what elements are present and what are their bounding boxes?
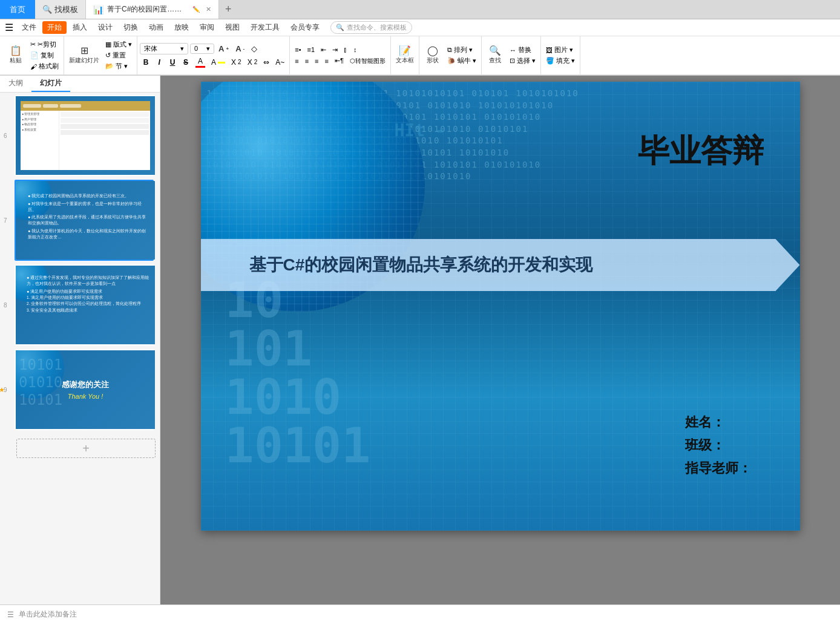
reset-icon: ↺: [105, 51, 111, 59]
menu-icon: ☰: [5, 22, 13, 33]
tab-home[interactable]: 首页: [0, 0, 35, 19]
find-extra-group: ↔ 替换 ⊡ 选择 ▾: [507, 45, 538, 66]
select-button[interactable]: ⊡ 选择 ▾: [507, 56, 538, 66]
snail-button[interactable]: 🐌 蜗牛 ▾: [445, 56, 479, 66]
italic-button[interactable]: I: [153, 57, 165, 68]
search-bar[interactable]: 🔍 查找命令、搜索模板: [330, 21, 412, 34]
align-right-button[interactable]: ≡: [312, 57, 321, 65]
smart-shape-button[interactable]: ⬡转智能图形: [347, 56, 388, 66]
replace-button[interactable]: ↔ 替换: [507, 45, 538, 55]
slide-item-8[interactable]: 8 ● 通过完整个开发发现，我对专业的所知知识加深了了解和应用能力，也对我在认识…: [15, 264, 157, 345]
add-slide-area: +: [15, 439, 157, 458]
increase-font-button[interactable]: A+: [216, 44, 231, 54]
ribbon-tools: 📋 粘贴 ✂ ✂剪切 📄 复制 🖌 格式刷 ⊞: [0, 36, 840, 75]
paste-button[interactable]: 📋 粘贴: [5, 45, 27, 66]
columns-button[interactable]: ⫿: [341, 45, 350, 54]
fill-icon: 🪣: [546, 57, 554, 65]
font-group: 宋体 ▾ 0 ▾ A+ A- ◇ B I U S A: [137, 36, 290, 74]
char-spacing-button[interactable]: ⇔: [261, 57, 272, 67]
info-block: 姓名： 班级： 指导老师：: [685, 413, 752, 482]
menu-dev[interactable]: 开发工具: [246, 21, 284, 34]
slide-small-group: ▦ 版式 ▾ ↺ 重置 📂 节 ▾: [103, 39, 134, 71]
note-bar[interactable]: ☰ 单击此处添加备注: [0, 604, 840, 622]
textbox-button[interactable]: 📝 文本框: [393, 45, 416, 66]
slide-panel: 6 ● 管理员管理 ● 用户管理: [0, 93, 160, 604]
reset-button[interactable]: ↺ 重置: [103, 50, 134, 61]
slide-canvas[interactable]: 1010010101010 1010 0101010101 1010101010…: [201, 82, 800, 531]
slide-title[interactable]: 毕业答辩: [638, 130, 764, 172]
ribbon-menu-bar: ☰ 文件 开始 插入 设计 切换 动画 放映 审阅 视图 开发工具 会员专享 🔍…: [0, 19, 840, 36]
cut-icon: ✂: [30, 41, 36, 48]
shapes-icon: ◯: [427, 46, 438, 56]
arrange-button[interactable]: ⧉ 排列 ▾: [445, 45, 479, 55]
find-button[interactable]: 🔍 查找: [484, 45, 506, 66]
tab-add-button[interactable]: +: [219, 0, 238, 19]
dropdown-arrow-icon: ▾: [180, 45, 184, 53]
subtitle-text[interactable]: 基于C#的校园闲置物品共享系统的开发和实现: [249, 254, 764, 277]
text-effect-button[interactable]: A~: [273, 57, 287, 67]
superscript-button[interactable]: X2: [229, 57, 244, 67]
find-icon: 🔍: [42, 5, 52, 14]
copy-icon: 📄: [30, 51, 39, 59]
menu-animation[interactable]: 动画: [144, 21, 168, 34]
align-center-button[interactable]: ≡: [303, 57, 311, 65]
menu-transition[interactable]: 切换: [119, 21, 143, 34]
tab-doc[interactable]: 📊 菁于C#的校园闲置…实现 答辩.ppt ✏️ ✕: [86, 0, 219, 19]
layout-button[interactable]: ▦ 版式 ▾: [103, 39, 134, 50]
note-placeholder-text: 单击此处添加备注: [19, 609, 77, 620]
font-size-dropdown[interactable]: 0 ▾: [190, 44, 214, 54]
copy-button[interactable]: 📄 复制: [28, 50, 61, 61]
indent-more-button[interactable]: ⇥: [330, 45, 340, 54]
menu-insert[interactable]: 插入: [68, 21, 92, 34]
menu-slideshow[interactable]: 放映: [169, 21, 194, 34]
section-button[interactable]: 📂 节 ▾: [103, 61, 134, 71]
menu-member[interactable]: 会员专享: [286, 21, 324, 34]
search-icon: 🔍: [336, 24, 344, 31]
font-color-button[interactable]: A: [193, 56, 208, 68]
justify-button[interactable]: ≡: [323, 57, 331, 65]
image-button[interactable]: 🖼 图片 ▾: [543, 45, 577, 55]
format-painter-button[interactable]: 🖌 格式刷: [28, 61, 61, 71]
shapes-extra-group: ⧉ 排列 ▾ 🐌 蜗牛 ▾: [445, 45, 479, 66]
menu-start[interactable]: 开始: [42, 21, 67, 34]
line-spacing-button[interactable]: ↕: [351, 45, 359, 54]
strikethrough-button[interactable]: S: [180, 57, 192, 68]
shapes-button[interactable]: ◯ 形状: [422, 45, 444, 66]
search-placeholder-text: 查找命令、搜索模板: [347, 23, 407, 32]
subscript-button[interactable]: X2: [245, 57, 260, 67]
image-group: 🖼 图片 ▾ 🪣 填充 ▾: [541, 36, 580, 74]
indent-less-button[interactable]: ⇤: [318, 45, 329, 54]
paste-icon: 📋: [10, 46, 22, 56]
align-left-button[interactable]: ≡: [292, 57, 301, 65]
doc-close-button[interactable]: ✕: [206, 5, 211, 13]
menu-review[interactable]: 审阅: [195, 21, 219, 34]
slide-item-6[interactable]: 6 ● 管理员管理 ● 用户管理: [15, 95, 157, 176]
clipboard-group: 📋 粘贴 ✂ ✂剪切 📄 复制 🖌 格式刷: [2, 36, 64, 74]
bold-button[interactable]: B: [140, 57, 152, 68]
menu-view[interactable]: 视图: [220, 21, 244, 34]
slide-group: ⊞ 新建幻灯片 ▦ 版式 ▾ ↺ 重置 📂 节 ▾: [64, 36, 137, 74]
cut-button[interactable]: ✂ ✂剪切: [28, 39, 61, 50]
decrease-font-button[interactable]: A-: [233, 44, 247, 54]
sidebar-tab-slides[interactable]: 幻灯片: [31, 76, 70, 92]
underline-button[interactable]: U: [166, 57, 179, 68]
numbering-button[interactable]: ≡1: [305, 45, 318, 54]
add-slide-button[interactable]: +: [16, 439, 156, 458]
doc-edit-icon: ✏️: [192, 6, 200, 13]
bullets-button[interactable]: ≡•: [292, 45, 303, 54]
tab-find[interactable]: 🔍 找模板: [35, 0, 86, 19]
canvas-area: 1010010101010 1010 0101010101 1010101010…: [160, 76, 840, 604]
menu-file[interactable]: 文件: [17, 21, 41, 34]
menu-design[interactable]: 设计: [93, 21, 117, 34]
clear-format-button[interactable]: ◇: [249, 44, 260, 54]
new-slide-button[interactable]: ⊞ 新建幻灯片: [67, 45, 102, 66]
slide-num-8: 8: [4, 302, 7, 309]
highlight-button[interactable]: A: [209, 57, 228, 67]
slide-item-7[interactable]: 7 ● 我完成了校园闲置物品共享系统的开发已经有三次。 ● 对我学生来说是一个重…: [15, 180, 157, 261]
slide-item-9[interactable]: 9 ★ 101010101010101 感谢您的关注 Thank You !: [15, 349, 157, 430]
font-family-dropdown[interactable]: 宋体 ▾: [140, 43, 188, 54]
sidebar-tab-outline[interactable]: 大纲: [0, 76, 31, 92]
main-area: 大纲 幻灯片 6: [0, 76, 840, 604]
indent-para-button[interactable]: ⇤¶: [332, 56, 346, 65]
fill-button[interactable]: 🪣 填充 ▾: [543, 56, 577, 66]
